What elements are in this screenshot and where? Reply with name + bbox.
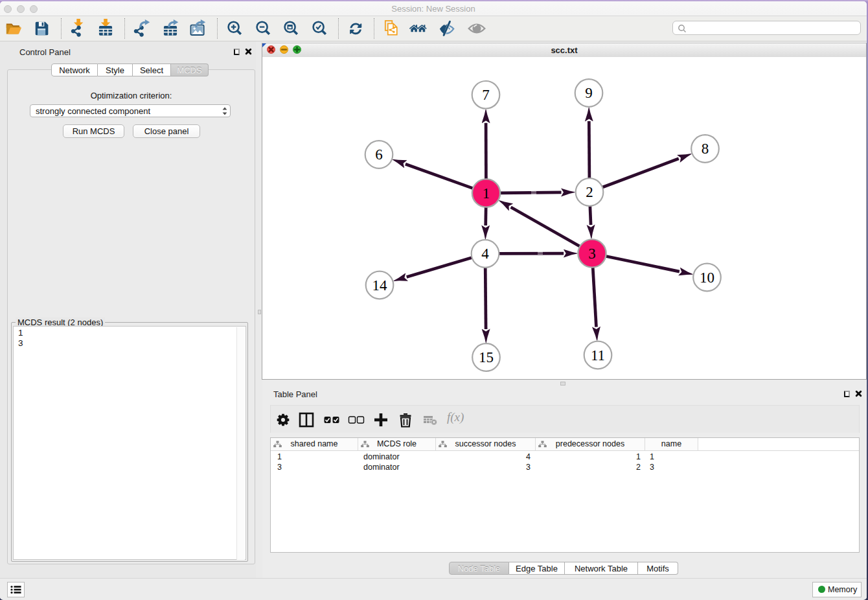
svg-text:14: 14 [372,277,388,294]
svg-text:6: 6 [375,146,383,163]
svg-text:10: 10 [700,270,714,286]
svg-text:9: 9 [585,85,593,101]
svg-text:8: 8 [702,141,709,157]
svg-text:7: 7 [482,87,490,103]
svg-text:4: 4 [481,246,489,262]
svg-text:11: 11 [591,347,605,363]
svg-text:1: 1 [483,185,490,202]
svg-text:2: 2 [586,184,593,200]
svg-text:3: 3 [588,246,596,262]
svg-text:15: 15 [479,349,494,365]
